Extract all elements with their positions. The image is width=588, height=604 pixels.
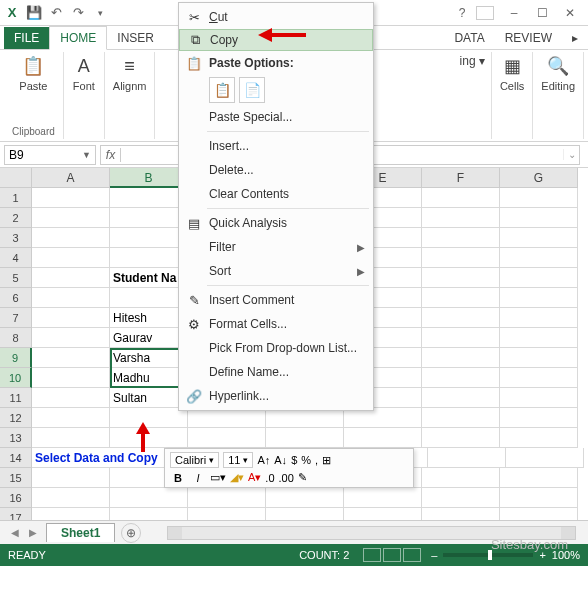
tab-insert[interactable]: INSER (107, 27, 164, 49)
menu-delete[interactable]: Delete... (179, 158, 373, 182)
font-color-button[interactable]: A▾ (248, 471, 261, 484)
font-button[interactable]: A Font (72, 54, 96, 92)
row-header[interactable]: 5 (0, 268, 32, 288)
cell-b9[interactable]: Varsha (110, 348, 188, 368)
col-header-b[interactable]: B (110, 168, 188, 188)
editing-button[interactable]: 🔍 Editing (541, 54, 575, 92)
col-header-g[interactable]: G (500, 168, 578, 188)
sheet-tab-sheet1[interactable]: Sheet1 (46, 523, 115, 542)
normal-view-button[interactable] (363, 548, 381, 562)
row-header[interactable]: 6 (0, 288, 32, 308)
decrease-decimal-icon[interactable]: .0 (265, 472, 274, 484)
status-count: COUNT: 2 (299, 549, 349, 561)
tab-more[interactable]: ▸ (562, 27, 588, 49)
percent-icon[interactable]: % (301, 454, 311, 466)
bold-button[interactable]: B (170, 472, 186, 484)
menu-cut[interactable]: ✂Cut (179, 5, 373, 29)
comma-icon[interactable]: , (315, 454, 318, 466)
fill-color-button[interactable]: ◢▾ (230, 471, 244, 484)
clipboard-group-label: Clipboard (12, 126, 55, 137)
close-button[interactable]: ✕ (556, 3, 584, 23)
row-header[interactable]: 15 (0, 468, 32, 488)
row-header[interactable]: 9 (0, 348, 32, 368)
annotation-arrow-select (136, 422, 150, 452)
row-header[interactable]: 11 (0, 388, 32, 408)
conditional-formatting-trail[interactable]: ing ▾ (454, 52, 491, 70)
format-painter-icon[interactable]: ✎ (298, 471, 307, 484)
menu-pick-from-list[interactable]: Pick From Drop-down List... (179, 336, 373, 360)
sheet-nav-prev[interactable]: ◀ (6, 527, 24, 538)
row-header[interactable]: 10 (0, 368, 32, 388)
font-name-combo[interactable]: Calibri▾ (170, 452, 219, 468)
comment-icon: ✎ (185, 293, 203, 308)
name-box[interactable]: B9 ▼ (4, 145, 96, 165)
page-layout-view-button[interactable] (383, 548, 401, 562)
tab-file[interactable]: FILE (4, 27, 49, 49)
menu-insert-comment[interactable]: ✎Insert Comment (179, 288, 373, 312)
zoom-out-button[interactable]: – (431, 549, 437, 561)
cells-button[interactable]: ▦ Cells (500, 54, 524, 92)
col-header-a[interactable]: A (32, 168, 110, 188)
row-header[interactable]: 13 (0, 428, 32, 448)
font-size-combo[interactable]: 11▾ (223, 452, 253, 468)
maximize-button[interactable]: ☐ (528, 3, 556, 23)
row-header[interactable]: 16 (0, 488, 32, 508)
sheet-nav-next[interactable]: ▶ (24, 527, 42, 538)
paste-option-normal[interactable]: 📋 (209, 77, 235, 103)
qat-customize-icon[interactable]: ▾ (92, 5, 108, 21)
cell-b10[interactable]: Madhu (110, 368, 188, 388)
menu-define-name[interactable]: Define Name... (179, 360, 373, 384)
cell-b11[interactable]: Sultan (110, 388, 188, 408)
undo-icon[interactable]: ↶ (48, 5, 64, 21)
row-header[interactable]: 1 (0, 188, 32, 208)
cell-b7[interactable]: Hitesh (110, 308, 188, 328)
tab-data[interactable]: DATA (444, 27, 494, 49)
help-button[interactable]: ? (448, 3, 476, 23)
currency-icon[interactable]: $ (291, 454, 297, 466)
italic-button[interactable]: I (190, 472, 206, 484)
row-header[interactable]: 2 (0, 208, 32, 228)
cell-b8[interactable]: Gaurav (110, 328, 188, 348)
menu-format-cells[interactable]: ⚙Format Cells... (179, 312, 373, 336)
paste-button[interactable]: 📋 Paste (19, 54, 47, 92)
row-header[interactable]: 17 (0, 508, 32, 520)
grow-font-icon[interactable]: A↑ (257, 454, 270, 466)
menu-hyperlink[interactable]: 🔗Hyperlink... (179, 384, 373, 408)
alignment-button[interactable]: ≡ Alignm (113, 54, 147, 92)
zoom-slider[interactable] (443, 553, 533, 557)
col-header-f[interactable]: F (422, 168, 500, 188)
row-header[interactable]: 8 (0, 328, 32, 348)
alignment-label: Alignm (113, 80, 147, 92)
redo-icon[interactable]: ↷ (70, 5, 86, 21)
row-header[interactable]: 7 (0, 308, 32, 328)
format-icon[interactable]: ⊞ (322, 454, 331, 467)
formula-bar-expand-icon[interactable]: ⌄ (563, 149, 579, 160)
paste-option-values[interactable]: 📄 (239, 77, 265, 103)
add-sheet-button[interactable]: ⊕ (121, 523, 141, 543)
fx-icon[interactable]: fx (101, 148, 121, 162)
row-header[interactable]: 12 (0, 408, 32, 428)
ribbon-display-button[interactable] (476, 6, 494, 20)
row-header[interactable]: 14 (0, 448, 32, 468)
tab-review[interactable]: REVIEW (495, 27, 562, 49)
chevron-down-icon[interactable]: ▼ (82, 150, 91, 160)
save-icon[interactable]: 💾 (26, 5, 42, 21)
menu-clear-contents[interactable]: Clear Contents (179, 182, 373, 206)
cell-b5[interactable]: Student Na (110, 268, 188, 288)
tab-home[interactable]: HOME (49, 26, 107, 50)
border-button[interactable]: ▭▾ (210, 471, 226, 484)
clipboard-icon: 📋 (185, 56, 203, 71)
minimize-button[interactable]: – (500, 3, 528, 23)
page-break-view-button[interactable] (403, 548, 421, 562)
alignment-icon: ≡ (118, 54, 142, 78)
row-header[interactable]: 3 (0, 228, 32, 248)
menu-sort[interactable]: Sort▶ (179, 259, 373, 283)
row-header[interactable]: 4 (0, 248, 32, 268)
menu-paste-special[interactable]: Paste Special... (179, 105, 373, 129)
select-all-corner[interactable] (0, 168, 32, 188)
menu-filter[interactable]: Filter▶ (179, 235, 373, 259)
shrink-font-icon[interactable]: A↓ (274, 454, 287, 466)
menu-quick-analysis[interactable]: ▤Quick Analysis (179, 211, 373, 235)
menu-insert[interactable]: Insert... (179, 134, 373, 158)
increase-decimal-icon[interactable]: .00 (279, 472, 294, 484)
